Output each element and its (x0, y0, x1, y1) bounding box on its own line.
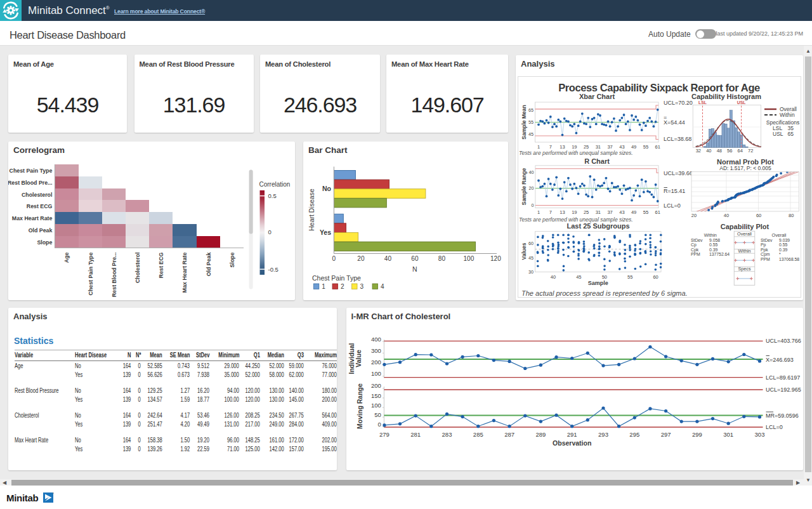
svg-text:PPM: PPM (761, 257, 770, 261)
svg-text:25: 25 (584, 209, 589, 215)
svg-text:0: 0 (377, 421, 381, 428)
svg-text:37: 37 (607, 144, 612, 150)
svg-text:9.058: 9.058 (709, 238, 720, 242)
svg-text:Slope: Slope (229, 252, 235, 267)
svg-text:0: 0 (531, 202, 534, 208)
svg-text:LCL=89.6197: LCL=89.6197 (766, 374, 800, 381)
svg-text:32: 32 (696, 148, 701, 154)
svg-text:X=54.44: X=54.44 (664, 119, 685, 126)
svg-text:Tests are performed with unequ: Tests are performed with unequal sample … (519, 150, 633, 156)
svg-text:No: No (322, 184, 331, 192)
svg-text:7: 7 (549, 144, 552, 150)
svg-text:The actual process spread is r: The actual process spread is represented… (521, 289, 688, 297)
svg-text:Correlation: Correlation (259, 181, 291, 188)
svg-text:291: 291 (566, 431, 577, 438)
svg-text:40: 40 (724, 213, 729, 218)
svg-text:Chest Pain Type: Chest Pain Type (10, 167, 53, 173)
svg-text:37: 37 (607, 209, 612, 215)
svg-text:303: 303 (754, 431, 764, 438)
svg-text:LCL=38.68: LCL=38.68 (664, 136, 691, 142)
svg-text:Specifications: Specifications (766, 119, 799, 126)
svg-text:72: 72 (748, 148, 753, 154)
svg-text:Rest ECG: Rest ECG (158, 252, 164, 278)
svg-text:100: 100 (464, 255, 475, 262)
svg-text:0: 0 (332, 255, 336, 262)
svg-text:287: 287 (504, 431, 514, 438)
svg-text:61: 61 (655, 209, 660, 215)
svg-text:293: 293 (598, 431, 608, 438)
svg-text:301: 301 (723, 431, 733, 438)
svg-text:Sample Mean: Sample Mean (521, 105, 527, 139)
svg-text:0.39: 0.39 (709, 248, 717, 252)
svg-text:Cholesterol: Cholesterol (134, 252, 141, 282)
svg-text:137068.58: 137068.58 (779, 257, 799, 261)
svg-text:USL: USL (737, 100, 746, 105)
svg-text:Old Peak: Old Peak (29, 227, 53, 233)
svg-text:20: 20 (691, 213, 697, 218)
svg-text:AD: 1.517, P: < 0.005: AD: 1.517, P: < 0.005 (719, 165, 771, 171)
svg-text:4: 4 (381, 282, 384, 289)
svg-text:LSL: LSL (698, 100, 707, 105)
svg-text:299: 299 (691, 431, 702, 438)
svg-text:13: 13 (560, 209, 565, 215)
svg-text:45: 45 (528, 255, 534, 261)
svg-text:40: 40 (706, 148, 711, 154)
svg-text:Specs: Specs (738, 266, 751, 272)
svg-text:Capability Plot: Capability Plot (721, 223, 769, 230)
svg-text:-0.5: -0.5 (268, 265, 278, 272)
svg-text:R=15.41: R=15.41 (664, 188, 685, 194)
svg-text:50: 50 (602, 274, 607, 280)
svg-text:UCL=403.766: UCL=403.766 (766, 338, 801, 344)
svg-text:20: 20 (357, 255, 365, 262)
svg-text:43: 43 (619, 209, 624, 215)
svg-text:64: 64 (738, 148, 743, 154)
svg-text:X=246.693: X=246.693 (766, 357, 794, 363)
svg-text:Values: Values (521, 242, 527, 260)
svg-text:40: 40 (528, 169, 534, 175)
svg-text:Moving Range: Moving Range (355, 383, 363, 429)
svg-text:55: 55 (643, 144, 648, 150)
svg-text:80: 80 (789, 213, 794, 218)
svg-text:Max Heart Rate: Max Heart Rate (182, 252, 188, 293)
svg-text:0: 0 (268, 228, 272, 235)
svg-text:48: 48 (717, 148, 722, 154)
svg-text:UCL=192.965: UCL=192.965 (766, 387, 801, 393)
svg-text:Cholesterol: Cholesterol (22, 191, 52, 197)
svg-text:Max Heart Rate: Max Heart Rate (12, 215, 53, 221)
svg-text:297: 297 (660, 431, 671, 438)
svg-text:UCL=39.66: UCL=39.66 (664, 170, 693, 176)
svg-text:1: 1 (537, 144, 540, 150)
svg-text:Observation: Observation (553, 439, 591, 447)
svg-text:Old Peak: Old Peak (206, 252, 212, 276)
svg-text:Sample: Sample (588, 280, 608, 286)
svg-text:40: 40 (384, 255, 392, 262)
svg-text:25: 25 (584, 144, 589, 150)
svg-text:0.5: 0.5 (268, 192, 277, 199)
svg-text:Slope: Slope (37, 239, 52, 245)
svg-text:N: N (412, 265, 417, 273)
svg-text:19: 19 (572, 144, 577, 150)
svg-text:56: 56 (727, 148, 732, 154)
svg-text:65: 65 (788, 131, 794, 137)
svg-text:Process Capability Sixpack Rep: Process Capability Sixpack Report for Ag… (558, 82, 760, 93)
svg-text:43: 43 (619, 144, 624, 150)
svg-text:55: 55 (627, 274, 632, 280)
svg-text:30: 30 (528, 269, 534, 275)
svg-text:Rest Blood Pre...: Rest Blood Pre... (8, 179, 52, 185)
svg-text:Heart Disease: Heart Disease (308, 188, 315, 231)
svg-text:281: 281 (410, 431, 421, 438)
svg-text:295: 295 (629, 431, 639, 438)
svg-text:61: 61 (655, 144, 660, 150)
svg-text:19: 19 (572, 209, 577, 215)
svg-text:55: 55 (643, 209, 648, 215)
svg-text:300: 300 (371, 347, 381, 354)
svg-text:65: 65 (528, 107, 534, 113)
svg-text:*: * (779, 252, 781, 256)
svg-text:1: 1 (322, 282, 325, 289)
svg-text:60: 60 (411, 255, 419, 262)
svg-text:283: 283 (442, 431, 452, 438)
svg-text:200: 200 (371, 382, 381, 389)
svg-text:Chest Pain Type: Chest Pain Type (312, 274, 361, 281)
svg-text:2: 2 (341, 282, 344, 289)
svg-text:289: 289 (535, 431, 546, 438)
